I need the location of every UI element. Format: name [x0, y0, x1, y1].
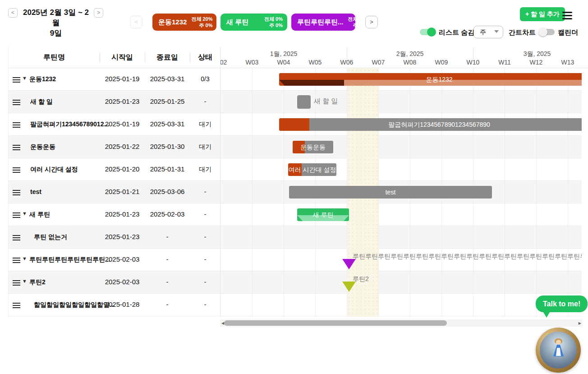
- end-date: 2025-01-25: [145, 97, 190, 105]
- end-date: -: [145, 300, 190, 308]
- drag-handle-icon[interactable]: [13, 121, 20, 129]
- drag-handle-icon[interactable]: [13, 166, 20, 174]
- routine-name: 팔굽혀펴기123456789012...: [30, 120, 109, 129]
- collapse-caret-icon[interactable]: ▼: [22, 211, 27, 216]
- table-row[interactable]: 루틴 없는거 2025-01-23 - -: [9, 226, 220, 249]
- drag-handle-icon[interactable]: [13, 301, 20, 309]
- gantt-bar[interactable]: 여러 시간대 설정: [288, 163, 336, 176]
- calendar-view-label: 캘린더: [558, 28, 578, 37]
- routine-scroll-next-button[interactable]: >: [365, 16, 378, 28]
- routine-name: test: [30, 188, 41, 195]
- routine-chip-undong1232[interactable]: 운동1232 전체 20% 주 0%: [152, 14, 216, 31]
- bar-label: test: [289, 189, 492, 196]
- drag-handle-icon[interactable]: [13, 76, 20, 84]
- milestone-label: 루틴루틴루틴루틴루틴루틴루틴루틴루틴루틴루틴루틴루틴루틴루틴루틴루틴루틴루틴루틴…: [353, 253, 582, 261]
- gantt-week-label: W08: [404, 59, 417, 66]
- toggle-knob: [427, 28, 436, 37]
- end-date: -: [145, 233, 190, 240]
- routine-name: 새 할 일: [30, 98, 53, 106]
- end-date: 2025-03-31: [145, 75, 190, 83]
- scroll-right-arrow-icon[interactable]: ▶: [579, 321, 581, 325]
- routine-name: 루틴2: [29, 278, 46, 286]
- end-date: 2025-01-30: [145, 143, 190, 150]
- bar-label: 팔굽혀펴기12345678901234567890: [279, 121, 582, 129]
- bar-label: 새 루틴: [297, 211, 349, 219]
- drag-handle-icon[interactable]: [13, 256, 20, 264]
- table-row[interactable]: ▼ 운동1232 2025-01-19 2025-03-31 0/3: [9, 68, 220, 91]
- status-value: -: [190, 211, 220, 218]
- gantt-week-label: W03: [246, 59, 259, 66]
- end-date: -: [145, 278, 190, 286]
- gantt-month-divider: [473, 48, 473, 59]
- period-select-value: 주: [480, 28, 486, 37]
- gantt-week-label: W12: [530, 59, 543, 66]
- status-value: -: [190, 188, 220, 195]
- gantt-week-label: W07: [372, 59, 385, 66]
- gantt-week-label: W13: [561, 59, 574, 66]
- routine-chip-name: 운동1232: [158, 18, 187, 27]
- gantt-body[interactable]: 운동1232새 할 일팔굽혀펴기12345678901234567890운동운동…: [220, 68, 582, 317]
- add-task-button[interactable]: + 할 일 추가: [520, 7, 565, 21]
- routine-chip-new-routine[interactable]: 새 루틴 전체 0% 주 0%: [220, 14, 287, 31]
- drag-handle-icon[interactable]: [13, 279, 20, 287]
- table-row[interactable]: ▼ 새 루틴 2025-01-23 2025-02-03 -: [9, 203, 220, 226]
- gantt-month-divider: [347, 48, 347, 59]
- routine-chip-rutinrutin[interactable]: 루틴루틴루틴... 전체 0% 주 0%: [291, 14, 355, 31]
- period-select[interactable]: 주: [473, 26, 503, 38]
- prev-week-button[interactable]: <: [8, 8, 18, 18]
- routine-name: 운동운동: [30, 143, 55, 151]
- column-divider: [190, 52, 190, 62]
- gantt-bar[interactable]: 운동운동: [293, 141, 333, 153]
- table-row[interactable]: 여러 시간대 설정 2025-01-20 2025-01-31 대기: [9, 158, 220, 181]
- collapse-caret-icon[interactable]: ▼: [22, 75, 27, 81]
- drag-handle-icon[interactable]: [13, 98, 20, 106]
- alice-avatar[interactable]: [536, 328, 581, 373]
- table-row[interactable]: 팔굽혀펴기123456789012... 2025-01-19 2025-03-…: [9, 113, 220, 136]
- table-row[interactable]: test 2025-01-21 2025-03-06 -: [9, 181, 220, 203]
- collapse-caret-icon[interactable]: ▼: [22, 278, 27, 284]
- table-row[interactable]: ▼ 루틴루틴루틴루틴루틴루틴... 2025-02-03 - -: [9, 249, 220, 271]
- column-header-name: 루틴명: [9, 53, 100, 62]
- routine-name: 여러 시간대 설정: [30, 166, 78, 174]
- gantt-horizontal-scrollbar[interactable]: ◀ ▶: [220, 319, 583, 327]
- drag-handle-icon[interactable]: [13, 234, 20, 242]
- status-value: 대기: [190, 166, 220, 174]
- status-value: -: [190, 256, 220, 263]
- collapse-caret-icon[interactable]: ▼: [22, 256, 27, 261]
- end-date: 2025-03-06: [145, 188, 190, 195]
- routine-chip-percents: 전체 0% 주 0%: [264, 16, 283, 28]
- list-hide-toggle[interactable]: [420, 29, 435, 35]
- gantt-bar[interactable]: test: [289, 186, 492, 199]
- gantt-bar[interactable]: 팔굽혀펴기12345678901234567890: [279, 118, 582, 131]
- drag-handle-icon[interactable]: [13, 211, 20, 219]
- hamburger-menu-icon[interactable]: [562, 10, 572, 21]
- drag-handle-icon[interactable]: [13, 143, 20, 152]
- start-date: 2025-01-23: [100, 233, 145, 240]
- column-header-start: 시작일: [100, 53, 145, 62]
- calendar-view-toggle[interactable]: [539, 29, 555, 35]
- routine-name: 루틴루틴루틴루틴루틴루틴...: [29, 256, 110, 264]
- gantt-bar[interactable]: 새 루틴: [297, 208, 349, 221]
- gantt-bar[interactable]: 운동1232: [279, 73, 582, 86]
- drag-handle-icon[interactable]: [13, 189, 20, 197]
- table-row[interactable]: 할일할일할일할일할일할일... 2025-01-28 - -: [9, 294, 220, 316]
- end-date: 2025-01-31: [145, 165, 190, 173]
- start-date: 2025-01-19: [100, 75, 145, 83]
- routine-chip-name: 루틴루틴루틴...: [297, 18, 344, 27]
- gantt-week-label: W09: [435, 59, 448, 66]
- chat-bubble[interactable]: Talk to me!: [536, 296, 588, 312]
- gantt-header: 1월, 20252월, 20253월, 2025W02W03W04W05W06W…: [220, 46, 588, 68]
- date-range-title: 2025년 2월 3일 ~ 2월 9일: [20, 7, 92, 38]
- status-value: -: [190, 233, 220, 240]
- gantt-row-band: [220, 136, 582, 158]
- chevron-down-icon: [494, 30, 499, 33]
- table-row[interactable]: ▼ 루틴2 2025-02-03 - -: [9, 271, 220, 294]
- gantt-bar[interactable]: [297, 95, 311, 109]
- table-row[interactable]: 새 할 일 2025-01-23 2025-01-25 -: [9, 91, 220, 113]
- table-row[interactable]: 운동운동 2025-01-22 2025-01-30 대기: [9, 136, 220, 158]
- routine-scroll-prev-button[interactable]: <: [130, 16, 142, 28]
- next-week-button[interactable]: >: [94, 8, 103, 18]
- list-header-row: 루틴명 시작일 종료일 상태: [9, 46, 220, 68]
- bar-label: 운동운동: [293, 143, 333, 152]
- scrollbar-thumb[interactable]: [224, 320, 447, 326]
